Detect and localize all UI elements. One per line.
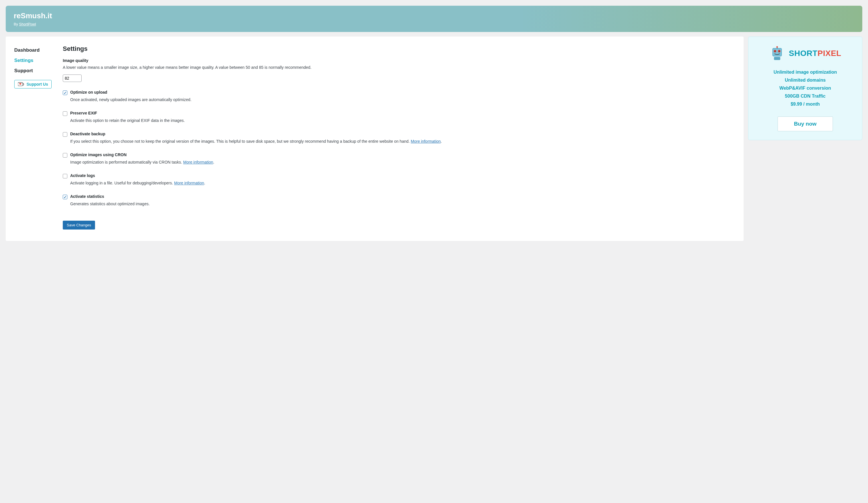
- nav-support[interactable]: Support: [14, 66, 54, 76]
- option-row: Activate statistics: [63, 194, 732, 199]
- checkbox-label: Activate statistics: [70, 194, 104, 199]
- promo-feature: Unlimited image optimization: [755, 70, 855, 75]
- more-info-link[interactable]: More information: [183, 160, 213, 164]
- checkbox[interactable]: [63, 195, 68, 199]
- promo-feature: WebP&AVIF conversion: [755, 86, 855, 91]
- image-quality-input[interactable]: [63, 74, 82, 82]
- settings-content: Settings Image quality A lower value mea…: [63, 45, 732, 229]
- checkbox-label: Optimize on upload: [70, 90, 107, 94]
- content-panel: Dashboard Settings Support Support Us Se…: [6, 37, 744, 241]
- checkbox[interactable]: [63, 132, 68, 137]
- checkbox[interactable]: [63, 153, 68, 157]
- option-row: Deactivate backup: [63, 132, 732, 137]
- option-row: Optimize on upload: [63, 90, 732, 95]
- sidebar-nav: Dashboard Settings Support Support Us: [14, 45, 54, 229]
- checkbox-label: Activate logs: [70, 173, 95, 178]
- option-row: Optimize images using CRON: [63, 152, 732, 157]
- checkbox-label: Optimize images using CRON: [70, 152, 127, 157]
- svg-point-5: [774, 51, 776, 52]
- checkbox-desc: Generates statistics about optimized ima…: [70, 201, 732, 207]
- kofi-icon: [18, 82, 24, 86]
- checkbox-desc: Activate logging in a file. Useful for d…: [70, 180, 732, 186]
- buy-now-button[interactable]: Buy now: [777, 116, 833, 131]
- svg-rect-7: [774, 57, 780, 60]
- page-title: Settings: [63, 45, 732, 52]
- svg-point-6: [779, 51, 780, 52]
- promo-feature: $9.99 / month: [755, 102, 855, 107]
- byline: By ShortPixel: [14, 22, 854, 26]
- promo-panel: SHORTPIXEL Unlimited image optimizationU…: [748, 37, 862, 140]
- checkbox-label: Deactivate backup: [70, 132, 105, 136]
- promo-feature: Unlimited domains: [755, 78, 855, 83]
- checkbox-desc: Once activated, newly uploaded images ar…: [70, 97, 732, 103]
- more-info-link[interactable]: More information: [411, 139, 441, 144]
- nav-dashboard[interactable]: Dashboard: [14, 45, 54, 55]
- checkbox[interactable]: [63, 174, 68, 178]
- support-us-button[interactable]: Support Us: [14, 80, 52, 89]
- robot-icon: [769, 45, 785, 61]
- save-button[interactable]: Save Changes: [63, 221, 95, 229]
- checkbox[interactable]: [63, 111, 68, 116]
- more-info-link[interactable]: More information: [174, 181, 204, 185]
- nav-settings[interactable]: Settings: [14, 55, 54, 66]
- option-row: Activate logs: [63, 173, 732, 178]
- promo-feature: 500GB CDN Traffic: [755, 94, 855, 99]
- plugin-title: reSmush.it: [14, 11, 854, 20]
- checkbox-label: Preserve EXIF: [70, 111, 97, 115]
- checkbox[interactable]: [63, 91, 68, 95]
- promo-logo: SHORTPIXEL: [755, 45, 855, 61]
- image-quality-label: Image quality: [63, 58, 732, 63]
- byline-link[interactable]: ShortPixel: [19, 22, 36, 26]
- checkbox-desc: Image optimization is performed automati…: [70, 159, 732, 165]
- checkbox-desc: If you select this option, you choose no…: [70, 138, 732, 144]
- image-quality-desc: A lower value means a smaller image size…: [63, 64, 732, 71]
- promo-logo-text: SHORTPIXEL: [789, 49, 841, 58]
- checkbox-desc: Activate this option to retain the origi…: [70, 117, 732, 124]
- option-row: Preserve EXIF: [63, 111, 732, 116]
- header-banner: reSmush.it By ShortPixel: [6, 6, 862, 32]
